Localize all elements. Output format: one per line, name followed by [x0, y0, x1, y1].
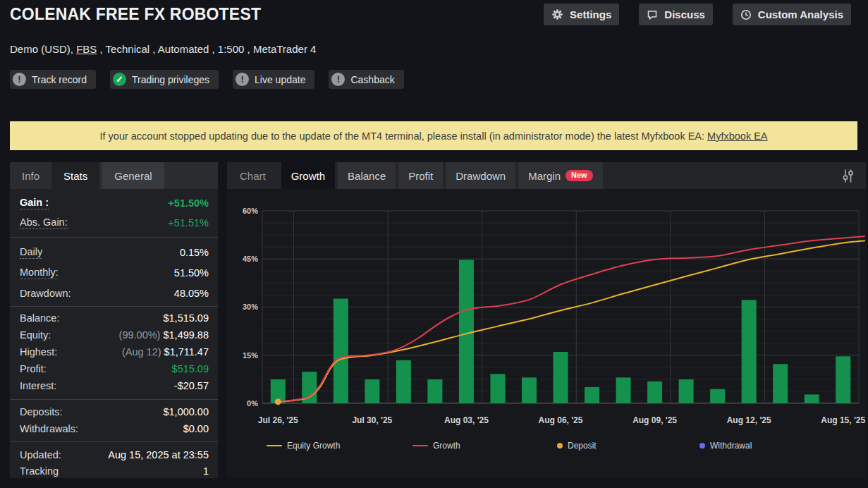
growth-chart: 0%15%30%45%60%Jul 26, '25Jul 30, '25Aug … [227, 189, 866, 464]
growth-bar [679, 379, 694, 403]
stat-row-gain: Gain :+51.50% [10, 193, 218, 213]
stat-value: $1,000.00 [163, 406, 209, 417]
y-axis-label: 45% [243, 255, 258, 263]
stat-value-text: +51.51% [168, 217, 209, 228]
stat-label: Deposits: [20, 406, 62, 417]
growth-bar [459, 260, 474, 403]
x-axis-label: Jul 26, '25 [258, 415, 298, 425]
tab-stats[interactable]: Stats [51, 162, 99, 189]
legend-label: Equity Growth [287, 441, 340, 451]
legend-line-swatch [412, 445, 428, 446]
growth-bar [710, 389, 725, 403]
chart-legend: Equity GrowthGrowthDepositWithdrawal [227, 441, 866, 455]
y-axis-label: 60% [243, 207, 258, 215]
badge-label: Trading privileges [132, 74, 209, 85]
badge-track-record[interactable]: !Track record [10, 70, 96, 89]
tab-drawdown[interactable]: Drawdown [446, 162, 515, 189]
legend-item-deposit[interactable]: Deposit [557, 441, 597, 451]
stat-row-balance: Balance:$1,515.09 [10, 310, 218, 327]
banner-text: If your account stopped updating due to … [99, 130, 704, 142]
y-axis-label: 30% [243, 303, 258, 311]
button-label: Custom Analysis [758, 8, 843, 20]
verification-badges: !Track record✓Trading privileges!Live up… [10, 70, 404, 89]
tab-profit[interactable]: Profit [398, 162, 443, 189]
tab-info[interactable]: Info [10, 162, 51, 189]
legend-item-withdrawal[interactable]: Withdrawal [699, 441, 752, 451]
growth-bar [742, 300, 757, 403]
tab-general[interactable]: General [102, 162, 164, 189]
badge-live-update[interactable]: !Live update [233, 70, 314, 89]
growth-bar [805, 394, 819, 403]
stat-value-text: $0.00 [183, 423, 209, 434]
stat-label: Profit: [20, 363, 47, 374]
stat-row-updated: Updated:Aug 15, 2025 at 23:55 [10, 446, 218, 463]
stat-label: Abs. Gain: [20, 216, 68, 229]
stat-label: Tracking [20, 465, 59, 477]
badge-trading-privileges[interactable]: ✓Trading privileges [110, 70, 219, 89]
chart-tabs: ChartGrowthBalanceProfitDrawdownMarginNe… [227, 162, 866, 189]
stat-value: +51.50% [168, 197, 209, 209]
stats-body: Gain :+51.50%Abs. Gain:+51.51%Daily0.15%… [10, 189, 218, 479]
exclamation-icon: ! [13, 73, 26, 86]
settings-button[interactable]: Settings [544, 4, 619, 25]
legend-label: Deposit [568, 441, 597, 451]
stat-label: Highest: [20, 346, 57, 358]
badge-label: Cashback [350, 74, 394, 85]
new-badge: New [566, 170, 593, 181]
stat-label: Daily [20, 246, 42, 259]
legend-dot-swatch [699, 443, 705, 449]
stat-value-text: $1,711.47 [164, 346, 209, 358]
growth-bar [427, 379, 442, 403]
x-axis-label: Aug 15, '25 [821, 415, 865, 425]
stat-value: 51.50% [174, 267, 209, 279]
stat-value-text: $515.09 [172, 363, 209, 374]
x-axis-label: Jul 30, '25 [352, 415, 392, 425]
growth-bar [836, 356, 850, 403]
growth-bar [773, 364, 788, 403]
button-label: Settings [570, 8, 611, 20]
stat-value-text: 48.05% [174, 288, 209, 299]
stat-value-prefix: (99.00%) [119, 329, 164, 341]
custom-analysis-button[interactable]: Custom Analysis [733, 4, 851, 25]
tab-balance[interactable]: Balance [338, 162, 396, 189]
deposit-marker [275, 398, 281, 405]
growth-bar [490, 374, 505, 403]
stat-value-text: 0.15% [180, 247, 209, 258]
button-label: Discuss [664, 8, 705, 20]
legend-dot-swatch [557, 443, 563, 449]
legend-item-equity-growth[interactable]: Equity Growth [267, 441, 340, 451]
tab-label: Drawdown [456, 170, 506, 182]
stat-value: (Aug 12) $1,711.47 [122, 346, 209, 358]
banner-link[interactable]: Myfxbook EA [707, 130, 767, 142]
tab-chart[interactable]: Chart [227, 162, 279, 189]
tab-growth[interactable]: Growth [281, 162, 335, 189]
stat-row-monthly: Monthly:51.50% [10, 262, 218, 283]
exclamation-icon: ! [236, 73, 249, 86]
broker-link[interactable]: FBS [76, 43, 97, 55]
stat-value: -$20.57 [174, 380, 209, 391]
x-axis-label: Aug 09, '25 [632, 415, 677, 425]
stat-label: Balance: [20, 312, 59, 324]
notice-banner: If your account stopped updating due to … [10, 121, 857, 150]
y-axis-label: 15% [243, 351, 258, 360]
chart-settings-icon[interactable] [841, 169, 855, 186]
legend-item-growth[interactable]: Growth [412, 441, 460, 451]
stat-value-text: $1,515.09 [163, 312, 209, 324]
badge-label: Track record [32, 74, 87, 85]
stat-label: Equity: [20, 329, 51, 341]
tab-label: Margin [528, 170, 561, 182]
tab-label: Chart [240, 170, 266, 182]
stat-value-text: 51.50% [174, 267, 209, 279]
tab-label: Profit [408, 170, 433, 182]
stat-value: 0.15% [180, 247, 209, 258]
discuss-button[interactable]: Discuss [639, 4, 713, 25]
account-subtitle: Demo (USD), FBS , Technical , Automated … [10, 43, 316, 55]
badge-cashback[interactable]: !Cashback [329, 70, 403, 89]
stat-value-text: $1,499.88 [163, 329, 209, 341]
tab-margin[interactable]: MarginNew [518, 162, 602, 189]
legend-label: Growth [433, 441, 460, 451]
stat-row-withdrawals: Withdrawals:$0.00 [10, 420, 218, 437]
stat-value: (99.00%) $1,499.88 [119, 329, 209, 341]
subtitle-suffix: , Technical , Automated , 1:500 , MetaTr… [97, 43, 316, 55]
stat-row-equity: Equity:(99.00%) $1,499.88 [10, 327, 218, 343]
